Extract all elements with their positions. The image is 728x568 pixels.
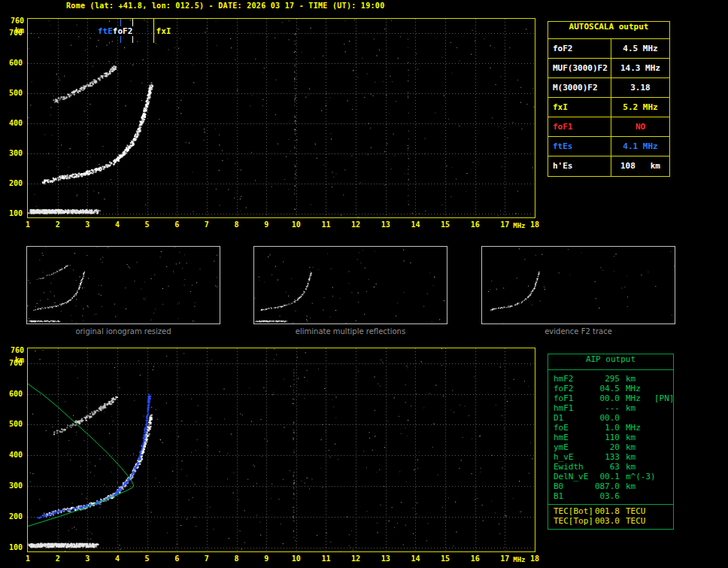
aip-val: 295	[594, 374, 620, 384]
aip-unit	[626, 491, 654, 501]
x-axis-unit-label: MHz	[513, 222, 525, 229]
x-tick-label: 5	[145, 554, 150, 563]
x-tick-label: 14	[411, 220, 420, 229]
autoscala-param-value: NO	[611, 117, 669, 136]
y-axis-max-label: 760	[5, 346, 24, 354]
y-tick-label: 200	[3, 179, 23, 187]
aip-name: foF1	[554, 393, 594, 403]
autoscala-param-name: fxI	[548, 98, 611, 117]
aip-tec-separator	[548, 504, 673, 505]
x-tick-label: 11	[321, 554, 330, 563]
ionogram-top-canvas	[28, 19, 535, 217]
aip-val: 00.0	[594, 413, 620, 423]
aip-val: 087.0	[594, 481, 620, 491]
x-tick-label: 1	[26, 554, 30, 563]
aip-name: DelN_vE	[554, 472, 594, 481]
x-tick-label: 14	[411, 554, 420, 563]
x-tick-label: 5	[145, 220, 150, 229]
autoscala-app: Rome (lat: +41.8, lon: 012.5) - DATE: 20…	[0, 0, 728, 568]
x-tick-label: 16	[471, 220, 480, 229]
x-tick-label: 7	[205, 554, 209, 563]
x-tick-label: 2	[56, 220, 60, 229]
autoscala-output-table: AUTOSCALA output foF24.5 MHzMUF(3000)F21…	[548, 21, 670, 177]
autoscala-param-name: foF2	[548, 39, 611, 58]
x-tick-label: 16	[471, 554, 480, 563]
y-axis-max-label: 760	[5, 17, 24, 25]
aip-name: Ewidth	[554, 462, 594, 472]
y-tick-label: 600	[3, 390, 23, 398]
mini-panel-caption-eliminate: eliminate multiple reflections	[253, 327, 447, 336]
aip-row-hme: hmE110km	[554, 433, 673, 442]
aip-unit: km	[626, 481, 654, 491]
aip-row-yme: ymE20km	[554, 442, 673, 452]
ionogram-top-panel: ftEfoF2fxI	[27, 18, 535, 218]
y-tick-label: 700	[3, 359, 23, 367]
autoscala-param-value: 14.3 MHz	[611, 59, 669, 77]
autoscala-param-value: 3.18	[611, 78, 669, 97]
x-tick-label: 10	[292, 554, 301, 563]
autoscala-table-rows: foF24.5 MHzMUF(3000)F214.3 MHzM(3000)F23…	[548, 39, 669, 176]
marker-label-fte: ftE	[98, 26, 113, 36]
y-tick-label: 300	[3, 481, 23, 490]
aip-unit: MHz	[626, 393, 654, 403]
aip-name: foF2	[554, 384, 594, 393]
aip-val: 63	[594, 462, 620, 472]
aip-name: h_vE	[554, 452, 594, 462]
autoscala-param-name: foF1	[548, 117, 611, 136]
autoscala-param-value: 5.2 MHz	[611, 98, 669, 117]
aip-unit: km	[626, 433, 654, 442]
aip-tec-rows: TEC[Bot]001.8TECUTEC[Top]003.0TECU	[548, 506, 673, 526]
x-tick-label: 1	[26, 220, 30, 229]
aip-val: ---	[594, 403, 620, 413]
aip-name: hmF1	[554, 403, 594, 413]
mini-ionogram-canvas-eliminate	[254, 247, 447, 323]
aip-table-title: AIP output	[548, 354, 673, 370]
x-tick-label: 13	[381, 554, 390, 563]
x-tick-label: 18	[530, 554, 539, 563]
aip-unit: km	[626, 442, 654, 452]
aip-row-b1: B103.6	[554, 491, 673, 501]
aip-val: 133	[594, 452, 620, 462]
aip-unit: km	[626, 452, 654, 462]
marker-label-fof2: foF2	[113, 26, 133, 36]
aip-val: 00.1	[594, 472, 620, 481]
aip-note: [PN]	[654, 393, 675, 403]
x-tick-label: 17	[500, 220, 509, 229]
autoscala-row-fof2: foF24.5 MHz	[548, 39, 669, 59]
y-tick-label: 500	[3, 420, 23, 428]
x-tick-label: 9	[264, 554, 268, 563]
autoscala-param-value: 4.5 MHz	[611, 39, 669, 58]
autoscala-row-fof1: foF1NO	[548, 117, 669, 137]
mini-panel-caption-original: original ionogram resized	[26, 327, 220, 336]
aip-row-tecbot: TEC[Bot]001.8TECU	[554, 506, 673, 516]
x-tick-label: 8	[235, 220, 239, 229]
aip-unit: TECU	[626, 516, 654, 526]
ionogram-bottom-panel	[27, 348, 535, 552]
aip-row-b0: B0087.0km	[554, 481, 673, 491]
critical-frequency-marker-labels: ftEfoF2	[97, 26, 133, 36]
x-tick-label: 8	[235, 554, 239, 563]
mini-panel-eliminate-reflections	[253, 246, 447, 324]
x-tick-label: 4	[115, 554, 120, 563]
y-tick-label: 400	[3, 119, 23, 127]
aip-val: 04.5	[594, 384, 620, 393]
aip-name: B1	[554, 491, 594, 501]
aip-name: foE	[554, 423, 594, 433]
aip-name: B0	[554, 481, 594, 491]
x-tick-label: 3	[85, 554, 89, 563]
y-tick-label: 600	[3, 59, 23, 67]
autoscala-param-name: M(3000)F2	[548, 78, 611, 97]
autoscala-row-hes: h'Es108 km	[548, 156, 669, 176]
x-tick-label: 11	[321, 220, 330, 229]
y-tick-label: 200	[3, 512, 23, 521]
x-tick-label: 12	[351, 220, 360, 229]
ionogram-bottom-canvas	[28, 348, 535, 551]
aip-row-foe: foE1.0MHz	[554, 423, 673, 433]
y-tick-label: 100	[3, 209, 23, 217]
aip-row-hmf1: hmF1---km	[554, 403, 673, 413]
aip-name: D1	[554, 413, 594, 423]
aip-unit: MHz	[626, 423, 654, 433]
x-tick-label: 6	[174, 220, 179, 229]
x-tick-label: 15	[441, 554, 450, 563]
aip-unit: km	[626, 462, 654, 472]
